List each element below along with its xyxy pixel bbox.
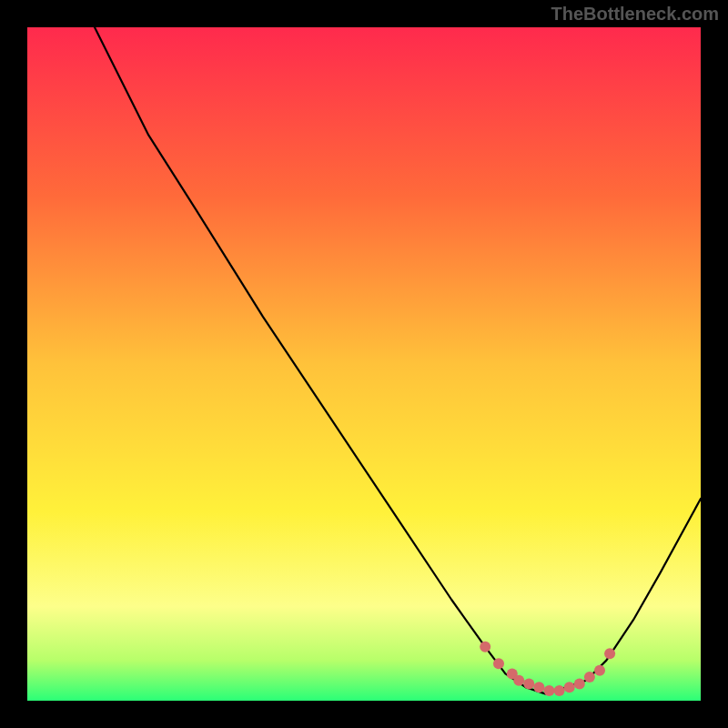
bottleneck-chart	[0, 0, 728, 728]
chart-container: TheBottleneck.com	[0, 0, 728, 728]
marker-dot	[523, 679, 534, 690]
marker-dot	[594, 665, 605, 676]
marker-dot	[513, 675, 524, 686]
watermark-text: TheBottleneck.com	[551, 4, 719, 25]
plot-area	[27, 27, 701, 701]
marker-dot	[554, 685, 565, 696]
marker-dot	[574, 679, 585, 690]
marker-dot	[564, 682, 575, 693]
marker-dot	[480, 642, 490, 652]
marker-dot	[533, 682, 544, 693]
marker-dot	[604, 648, 615, 659]
marker-dot	[544, 685, 555, 696]
marker-dot	[584, 672, 595, 682]
marker-dot	[493, 658, 504, 669]
